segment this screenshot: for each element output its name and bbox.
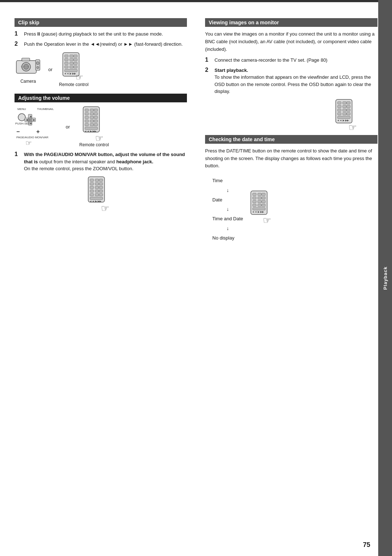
- svg-rect-88: [343, 109, 346, 111]
- svg-point-26: [18, 114, 25, 121]
- svg-rect-52: [85, 120, 89, 122]
- svg-text:+: +: [36, 128, 40, 135]
- svg-rect-51: [94, 116, 98, 119]
- svg-rect-45: [94, 109, 98, 111]
- step-number-2: 2: [15, 41, 21, 48]
- svg-rect-10: [70, 55, 73, 57]
- viewing-remote-image: ◄◄ ▶ ▶▶ ☞: [205, 99, 377, 131]
- svg-rect-54: [94, 120, 98, 122]
- svg-text:◄◄  ▶  ▶▶: ◄◄ ▶ ▶▶: [252, 210, 264, 213]
- svg-rect-86: [347, 105, 350, 108]
- svg-text:▲: ▲: [29, 115, 32, 118]
- svg-rect-63: [95, 179, 99, 181]
- step1-content: Press II (pause) during playback to set …: [24, 30, 187, 38]
- svg-rect-43: [85, 109, 89, 111]
- clip-skip-devices: ↑↓←→ Camera or: [15, 52, 187, 87]
- svg-point-5: [36, 62, 39, 65]
- time-and-date-label: Time and Date: [212, 214, 243, 223]
- adjusting-volume-header: Adjusting the volume: [15, 94, 187, 102]
- svg-rect-93: [338, 116, 350, 119]
- volume-remote-image: ◄◄ ▶ ▶▶ ☞: [15, 176, 187, 212]
- svg-rect-67: [99, 183, 103, 185]
- remote-svg: ◄◄ ▶ ▶▶ ☞: [61, 52, 86, 81]
- date-time-remote-image: ◄◄ ▶ ▶▶ ☞: [249, 190, 278, 226]
- volume-step1: 1 With the PAGE/AUDIO MON/VAR button, ad…: [15, 151, 187, 172]
- view-step-num-1: 1: [205, 57, 212, 64]
- svg-rect-9: [65, 55, 68, 57]
- svg-rect-107: [258, 204, 261, 207]
- view-step-num-2: 2: [205, 67, 212, 95]
- svg-rect-97: [253, 193, 256, 196]
- viewing-images-header: Viewing images on a monitor: [205, 18, 377, 27]
- remote-label-vol: Remote control: [79, 142, 109, 147]
- svg-rect-98: [258, 193, 261, 196]
- or-text-vol: or: [66, 124, 70, 130]
- vol-step-num: 1: [15, 151, 21, 172]
- svg-rect-85: [343, 105, 346, 108]
- svg-rect-103: [253, 200, 256, 203]
- svg-text:☞: ☞: [25, 139, 32, 146]
- viewing-step2: 2 Start playback. To show the informatio…: [205, 67, 377, 95]
- svg-rect-14: [74, 58, 77, 61]
- svg-rect-109: [253, 208, 265, 210]
- svg-text:☞: ☞: [348, 122, 357, 131]
- svg-rect-47: [90, 113, 94, 115]
- top-border: [0, 0, 392, 2]
- svg-text:☞: ☞: [75, 72, 83, 81]
- right-column: Viewing images on a monitor You can view…: [201, 18, 377, 242]
- svg-text:◄◄  ▶  ▶▶: ◄◄ ▶ ▶▶: [89, 200, 102, 203]
- svg-rect-74: [90, 193, 94, 196]
- arrow-3: ↓: [212, 224, 243, 233]
- svg-rect-99: [262, 193, 265, 196]
- svg-text:◄◄  ▶  ▶▶: ◄◄ ▶ ▶▶: [337, 119, 349, 122]
- volume-diagram: MENU THUMBNAIL ▲ ◄ II ►: [15, 106, 187, 147]
- svg-rect-69: [95, 186, 99, 189]
- svg-rect-102: [262, 197, 265, 199]
- svg-text:☞: ☞: [95, 133, 103, 142]
- svg-rect-77: [90, 197, 103, 200]
- camera-label: Camera: [20, 79, 36, 84]
- camera-svg: ↑↓←→: [15, 55, 42, 79]
- svg-text:−: −: [16, 128, 20, 135]
- or-text-1: or: [48, 67, 53, 72]
- svg-rect-66: [95, 183, 99, 185]
- svg-rect-104: [258, 200, 261, 203]
- svg-text:THUMBNAIL: THUMBNAIL: [37, 107, 54, 111]
- svg-rect-82: [343, 102, 346, 104]
- svg-rect-17: [74, 62, 77, 65]
- svg-text:◄◄  ▶  ▶▶: ◄◄ ▶ ▶▶: [64, 72, 76, 75]
- svg-rect-75: [95, 193, 99, 196]
- svg-rect-57: [94, 123, 98, 126]
- svg-rect-106: [253, 204, 256, 207]
- date-time-flow: Time ↓ Date ↓ Time and Date ↓ No display: [212, 176, 243, 242]
- svg-rect-87: [338, 109, 341, 111]
- svg-rect-15: [65, 62, 68, 65]
- no-display-label: No display: [212, 234, 243, 242]
- svg-rect-92: [347, 113, 350, 115]
- time-label: Time: [212, 176, 243, 185]
- date-label: Date: [212, 196, 243, 204]
- clip-skip-header: Clip skip: [15, 18, 187, 27]
- svg-rect-49: [85, 116, 89, 119]
- viewing-images-section: Viewing images on a monitor You can view…: [205, 18, 377, 131]
- svg-rect-105: [262, 200, 265, 203]
- svg-rect-62: [90, 179, 94, 181]
- svg-text:II: II: [29, 118, 30, 122]
- clip-skip-step2: 2 Push the Operation lever in the ◄◄(rew…: [15, 41, 187, 48]
- svg-rect-100: [253, 197, 256, 199]
- svg-rect-19: [70, 66, 73, 68]
- page-container: Playback 75 Clip skip 1 Press II (pause)…: [0, 0, 392, 556]
- clip-skip-step1: 1 Press II (pause) during playback to se…: [15, 30, 187, 38]
- svg-text:PAGE/AUDIO MON/VAR: PAGE/AUDIO MON/VAR: [16, 136, 48, 139]
- svg-rect-68: [90, 186, 94, 189]
- svg-rect-12: [65, 58, 68, 61]
- date-time-flow-block: Time ↓ Date ↓ Time and Date ↓ No display: [205, 173, 377, 242]
- svg-rect-101: [258, 197, 261, 199]
- svg-rect-81: [338, 102, 341, 104]
- svg-rect-48: [94, 113, 98, 115]
- svg-rect-73: [99, 190, 103, 192]
- page-number: 75: [363, 541, 370, 549]
- svg-rect-46: [85, 113, 89, 115]
- camera-device: ↑↓←→ Camera: [15, 55, 42, 84]
- svg-rect-91: [343, 113, 346, 115]
